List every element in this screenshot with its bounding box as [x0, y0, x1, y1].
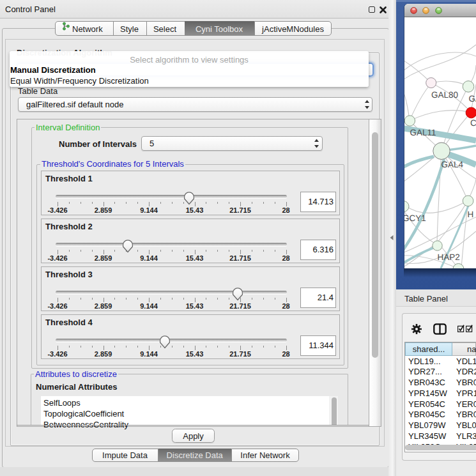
svg-text:GAL80: GAL80	[431, 90, 458, 100]
svg-text:C: C	[470, 118, 476, 128]
svg-text:HAP2: HAP2	[438, 252, 460, 262]
svg-text:GAL4: GAL4	[441, 160, 464, 169]
svg-text:GCY1: GCY1	[404, 213, 426, 223]
svg-text:GA: GA	[469, 94, 476, 104]
svg-text:H: H	[468, 210, 474, 219]
svg-text:GAL11: GAL11	[410, 128, 436, 137]
